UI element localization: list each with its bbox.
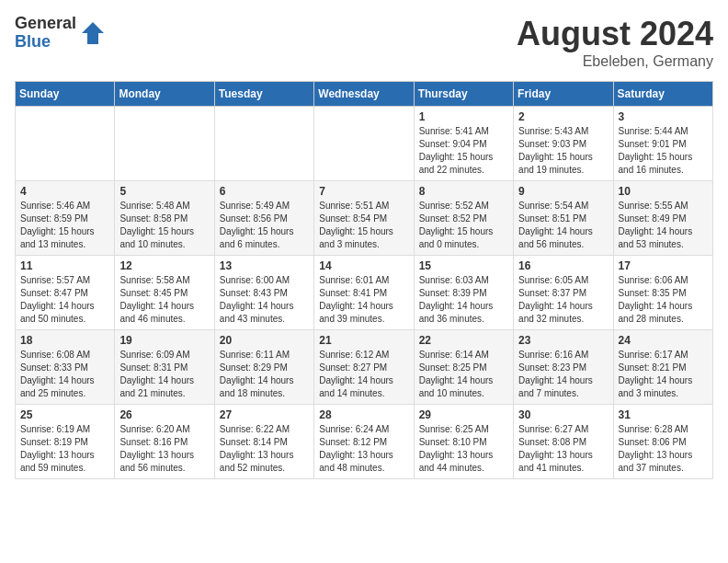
calendar-cell: 27Sunrise: 6:22 AM Sunset: 8:14 PM Dayli… [214,405,313,479]
calendar-cell: 23Sunrise: 6:16 AM Sunset: 8:23 PM Dayli… [514,330,613,405]
logo-blue: Blue [15,33,76,52]
day-number: 24 [619,334,708,347]
day-info: Sunrise: 5:44 AM Sunset: 9:01 PM Dayligh… [619,125,708,177]
day-info: Sunrise: 5:58 AM Sunset: 8:45 PM Dayligh… [119,274,209,326]
day-number: 14 [319,259,408,272]
day-number: 18 [20,334,109,347]
calendar-week-4: 18Sunrise: 6:08 AM Sunset: 8:33 PM Dayli… [16,330,713,405]
day-info: Sunrise: 6:19 AM Sunset: 8:19 PM Dayligh… [20,423,109,475]
day-number: 2 [518,110,608,123]
calendar-cell: 10Sunrise: 5:55 AM Sunset: 8:49 PM Dayli… [613,181,712,256]
logo-icon [80,20,106,46]
day-number: 1 [419,110,508,123]
calendar-cell: 24Sunrise: 6:17 AM Sunset: 8:21 PM Dayli… [613,330,712,405]
day-info: Sunrise: 5:48 AM Sunset: 8:58 PM Dayligh… [119,200,209,251]
calendar-cell: 16Sunrise: 6:05 AM Sunset: 8:37 PM Dayli… [514,256,613,330]
location-subtitle: Ebeleben, Germany [517,53,713,70]
day-info: Sunrise: 6:24 AM Sunset: 8:12 PM Dayligh… [319,423,408,475]
day-number: 7 [319,185,408,198]
day-number: 3 [619,110,708,123]
calendar-cell: 30Sunrise: 6:27 AM Sunset: 8:08 PM Dayli… [514,405,613,479]
day-info: Sunrise: 6:00 AM Sunset: 8:43 PM Dayligh… [220,274,309,326]
calendar-cell: 20Sunrise: 6:11 AM Sunset: 8:29 PM Dayli… [214,330,313,405]
day-info: Sunrise: 6:17 AM Sunset: 8:21 PM Dayligh… [619,349,708,400]
day-info: Sunrise: 6:05 AM Sunset: 8:37 PM Dayligh… [518,274,608,326]
calendar-table: Sunday Monday Tuesday Wednesday Thursday… [15,81,713,479]
calendar-cell: 9Sunrise: 5:54 AM Sunset: 8:51 PM Daylig… [514,181,613,256]
day-info: Sunrise: 6:25 AM Sunset: 8:10 PM Dayligh… [419,423,508,475]
col-sunday: Sunday [16,82,115,107]
header-row: Sunday Monday Tuesday Wednesday Thursday… [16,82,713,107]
day-number: 19 [119,334,209,347]
col-friday: Friday [514,82,613,107]
calendar-week-5: 25Sunrise: 6:19 AM Sunset: 8:19 PM Dayli… [16,405,713,479]
day-info: Sunrise: 6:20 AM Sunset: 8:16 PM Dayligh… [119,423,209,475]
day-info: Sunrise: 6:01 AM Sunset: 8:41 PM Dayligh… [319,274,408,326]
day-number: 26 [119,408,209,421]
calendar-cell: 22Sunrise: 6:14 AM Sunset: 8:25 PM Dayli… [414,330,513,405]
calendar-cell: 1Sunrise: 5:41 AM Sunset: 9:04 PM Daylig… [414,107,513,181]
day-info: Sunrise: 5:52 AM Sunset: 8:52 PM Dayligh… [419,200,508,251]
calendar-cell [16,107,115,181]
calendar-cell: 11Sunrise: 5:57 AM Sunset: 8:47 PM Dayli… [16,256,115,330]
calendar-cell: 5Sunrise: 5:48 AM Sunset: 8:58 PM Daylig… [115,181,214,256]
day-number: 25 [20,408,109,421]
day-number: 21 [319,334,408,347]
day-info: Sunrise: 6:08 AM Sunset: 8:33 PM Dayligh… [20,349,109,400]
day-info: Sunrise: 5:54 AM Sunset: 8:51 PM Dayligh… [518,200,608,251]
day-info: Sunrise: 5:57 AM Sunset: 8:47 PM Dayligh… [20,274,109,326]
day-number: 9 [518,185,608,198]
calendar-week-3: 11Sunrise: 5:57 AM Sunset: 8:47 PM Dayli… [16,256,713,330]
calendar-body: 1Sunrise: 5:41 AM Sunset: 9:04 PM Daylig… [16,107,713,479]
day-number: 6 [220,185,309,198]
day-info: Sunrise: 6:12 AM Sunset: 8:27 PM Dayligh… [319,349,408,400]
day-number: 23 [518,334,608,347]
day-info: Sunrise: 6:09 AM Sunset: 8:31 PM Dayligh… [119,349,209,400]
calendar-cell: 26Sunrise: 6:20 AM Sunset: 8:16 PM Dayli… [115,405,214,479]
day-info: Sunrise: 6:06 AM Sunset: 8:35 PM Dayligh… [619,274,708,326]
calendar-cell: 17Sunrise: 6:06 AM Sunset: 8:35 PM Dayli… [613,256,712,330]
day-info: Sunrise: 6:27 AM Sunset: 8:08 PM Dayligh… [518,423,608,475]
day-number: 15 [419,259,508,272]
calendar-cell: 4Sunrise: 5:46 AM Sunset: 8:59 PM Daylig… [16,181,115,256]
calendar-cell: 18Sunrise: 6:08 AM Sunset: 8:33 PM Dayli… [16,330,115,405]
logo-general: General [15,15,76,33]
day-number: 20 [220,334,309,347]
col-thursday: Thursday [414,82,513,107]
calendar-cell: 8Sunrise: 5:52 AM Sunset: 8:52 PM Daylig… [414,181,513,256]
col-tuesday: Tuesday [214,82,313,107]
day-info: Sunrise: 6:11 AM Sunset: 8:29 PM Dayligh… [220,349,309,400]
col-wednesday: Wednesday [314,82,414,107]
col-saturday: Saturday [613,82,712,107]
day-info: Sunrise: 5:46 AM Sunset: 8:59 PM Dayligh… [20,200,109,251]
day-number: 27 [220,408,309,421]
day-number: 4 [20,185,109,198]
day-info: Sunrise: 5:55 AM Sunset: 8:49 PM Dayligh… [619,200,708,251]
day-info: Sunrise: 6:03 AM Sunset: 8:39 PM Dayligh… [419,274,508,326]
logo-text: General Blue [15,15,76,52]
calendar-cell: 6Sunrise: 5:49 AM Sunset: 8:56 PM Daylig… [214,181,313,256]
calendar-cell: 13Sunrise: 6:00 AM Sunset: 8:43 PM Dayli… [214,256,313,330]
day-number: 17 [619,259,708,272]
col-monday: Monday [115,82,214,107]
calendar-cell: 2Sunrise: 5:43 AM Sunset: 9:03 PM Daylig… [514,107,613,181]
calendar-cell: 12Sunrise: 5:58 AM Sunset: 8:45 PM Dayli… [115,256,214,330]
day-info: Sunrise: 5:49 AM Sunset: 8:56 PM Dayligh… [220,200,309,251]
page-header: General Blue August 2024 Ebeleben, Germa… [15,15,713,70]
day-number: 8 [419,185,508,198]
day-number: 13 [220,259,309,272]
day-number: 29 [419,408,508,421]
day-info: Sunrise: 5:43 AM Sunset: 9:03 PM Dayligh… [518,125,608,177]
day-number: 28 [319,408,408,421]
day-number: 10 [619,185,708,198]
month-year-title: August 2024 [517,15,713,53]
day-info: Sunrise: 6:14 AM Sunset: 8:25 PM Dayligh… [419,349,508,400]
calendar-cell [314,107,414,181]
calendar-week-2: 4Sunrise: 5:46 AM Sunset: 8:59 PM Daylig… [16,181,713,256]
calendar-cell: 15Sunrise: 6:03 AM Sunset: 8:39 PM Dayli… [414,256,513,330]
calendar-cell: 7Sunrise: 5:51 AM Sunset: 8:54 PM Daylig… [314,181,414,256]
calendar-cell: 21Sunrise: 6:12 AM Sunset: 8:27 PM Dayli… [314,330,414,405]
svg-marker-0 [82,22,104,44]
day-info: Sunrise: 5:51 AM Sunset: 8:54 PM Dayligh… [319,200,408,251]
logo: General Blue [15,15,106,52]
